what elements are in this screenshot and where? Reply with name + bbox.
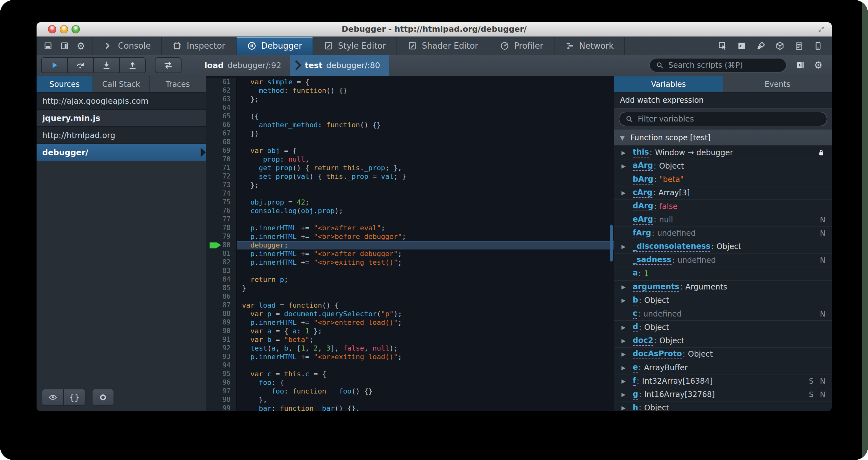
toggle-button[interactable] xyxy=(155,57,182,73)
line-number[interactable]: 95 xyxy=(206,370,237,378)
expander-icon[interactable]: ▶ xyxy=(614,149,633,156)
tab-style-editor[interactable]: Style Editor xyxy=(313,37,397,55)
line-number[interactable]: 81 xyxy=(206,250,237,258)
expander-icon[interactable]: ▶ xyxy=(614,297,633,304)
line-number[interactable]: 78 xyxy=(206,224,237,232)
titlebar[interactable]: Debugger - http://htmlpad.org/debugger/ xyxy=(37,22,832,37)
source-item[interactable]: http://ajax.googleapis.com xyxy=(37,92,206,110)
source-editor[interactable]: 61 var simple = {62 method: function() {… xyxy=(206,76,614,411)
expander-icon[interactable]: ▶ xyxy=(614,163,633,169)
variables-tab-variables[interactable]: Variables xyxy=(614,76,723,92)
dock-bottom-button[interactable] xyxy=(43,41,53,50)
line-number[interactable]: 99 xyxy=(206,404,237,411)
variable-row[interactable]: ▶h:Object xyxy=(614,401,832,411)
tab-network[interactable]: Network xyxy=(555,37,625,55)
line-number[interactable]: 94 xyxy=(206,361,237,370)
expander-icon[interactable]: ▶ xyxy=(614,351,633,357)
line-number[interactable]: 64 xyxy=(206,104,237,112)
line-number[interactable]: 98 xyxy=(206,396,237,404)
source-item[interactable]: http://htmlpad.org xyxy=(37,127,206,144)
variable-name[interactable]: dArg xyxy=(633,201,653,211)
resume-button[interactable] xyxy=(42,58,68,73)
line-number[interactable]: 85 xyxy=(206,284,237,292)
step-out-button[interactable] xyxy=(120,58,145,73)
variable-name[interactable]: a xyxy=(633,268,638,278)
variable-name[interactable]: f xyxy=(633,376,636,386)
expander-icon[interactable]: ▶ xyxy=(614,391,633,398)
line-number[interactable]: 79 xyxy=(206,232,237,241)
tilt-3d-button[interactable] xyxy=(775,41,785,51)
step-over-button[interactable] xyxy=(68,58,94,73)
line-number[interactable]: 83 xyxy=(206,266,237,275)
line-number[interactable]: 63 xyxy=(206,95,237,104)
tab-inspector[interactable]: Inspector xyxy=(162,37,236,55)
variable-name[interactable]: eArg xyxy=(633,215,653,225)
line-number[interactable]: 74 xyxy=(206,189,237,198)
line-number[interactable]: 93 xyxy=(206,352,237,361)
source-item[interactable]: debugger/ xyxy=(37,144,206,161)
sources-tab-traces[interactable]: Traces xyxy=(150,76,206,92)
line-number[interactable]: 62 xyxy=(206,86,237,95)
line-number[interactable]: 96 xyxy=(206,378,237,387)
variable-name[interactable]: h xyxy=(633,403,638,411)
line-number[interactable]: 69 xyxy=(206,146,237,155)
expander-icon[interactable]: ▶ xyxy=(614,365,633,371)
line-number[interactable]: 97 xyxy=(206,387,237,396)
toggle-panes-button[interactable] xyxy=(796,60,805,70)
variable-row[interactable]: ▶docAsProto:Object xyxy=(614,348,832,361)
line-number[interactable]: 91 xyxy=(206,335,237,344)
variable-name[interactable]: d xyxy=(633,322,638,332)
step-in-button[interactable] xyxy=(94,58,120,73)
line-number[interactable]: 72 xyxy=(206,172,237,181)
split-console-button[interactable] xyxy=(737,41,747,51)
line-number[interactable]: 68 xyxy=(206,138,237,146)
variable-name[interactable]: _sadness xyxy=(633,255,672,265)
line-number[interactable]: 89 xyxy=(206,318,237,327)
variable-row[interactable]: _sadness:undefinedN xyxy=(614,254,832,267)
variable-row[interactable]: ▶_disconsolateness:Object xyxy=(614,240,832,254)
variable-row[interactable]: ▶this:Window → debugger xyxy=(614,146,832,160)
variable-row[interactable]: ▶g:Int16Array[32768]SN xyxy=(614,388,832,401)
variable-name[interactable]: bArg xyxy=(633,175,653,184)
variable-row[interactable]: ▶arguments:Arguments xyxy=(614,281,832,294)
tab-shader-editor[interactable]: Shader Editor xyxy=(397,37,489,55)
line-number[interactable]: 82 xyxy=(206,258,237,266)
variable-name[interactable]: e xyxy=(633,363,638,373)
sources-tab-sources[interactable]: Sources xyxy=(37,76,93,92)
variable-row[interactable]: dArg:false xyxy=(614,200,832,213)
scope-header[interactable]: ▼ Function scope [test] xyxy=(614,130,832,146)
variable-row[interactable]: a:1 xyxy=(614,267,832,280)
toggle-breakpoints-button[interactable] xyxy=(93,390,114,405)
debugger-settings-button[interactable]: ⚙ xyxy=(814,60,824,70)
variable-row[interactable]: c:undefinedN xyxy=(614,307,832,321)
line-number[interactable]: 76 xyxy=(206,206,237,215)
line-number[interactable]: 88 xyxy=(206,310,237,318)
variable-name[interactable]: arguments xyxy=(633,282,679,292)
variable-row[interactable]: ▶b:Object xyxy=(614,294,832,307)
filter-variables-input[interactable] xyxy=(637,114,821,124)
line-number[interactable]: 70 xyxy=(206,155,237,164)
paintbrush-button[interactable] xyxy=(756,41,766,51)
variable-name[interactable]: g xyxy=(633,390,638,400)
variable-row[interactable]: fArg:undefinedN xyxy=(614,227,832,240)
variable-name[interactable]: doc2 xyxy=(633,336,653,346)
dock-side-button[interactable] xyxy=(60,41,69,50)
expander-icon[interactable]: ▶ xyxy=(614,338,633,344)
line-number[interactable]: 92 xyxy=(206,344,237,352)
expander-icon[interactable]: ▶ xyxy=(614,243,633,250)
line-number[interactable]: 65 xyxy=(206,112,237,121)
variable-name[interactable]: docAsProto xyxy=(633,349,682,359)
variable-name[interactable]: _disconsolateness xyxy=(633,242,710,252)
variables-tab-events[interactable]: Events xyxy=(723,76,832,92)
variable-row[interactable]: eArg:nullN xyxy=(614,213,832,227)
fullscreen-icon[interactable] xyxy=(817,25,826,33)
variable-name[interactable]: cArg xyxy=(633,188,652,198)
line-number[interactable]: 86 xyxy=(206,292,237,301)
variable-row[interactable]: ▶doc2:Object xyxy=(614,334,832,348)
add-watch-expression[interactable]: Add watch expression xyxy=(614,92,832,109)
variable-name[interactable]: c xyxy=(633,309,637,319)
variable-row[interactable]: ▶d:Object xyxy=(614,321,832,334)
search-scripts-input[interactable] xyxy=(668,60,780,70)
expander-icon[interactable]: ▶ xyxy=(614,405,633,411)
line-number[interactable]: 61 xyxy=(206,78,237,86)
